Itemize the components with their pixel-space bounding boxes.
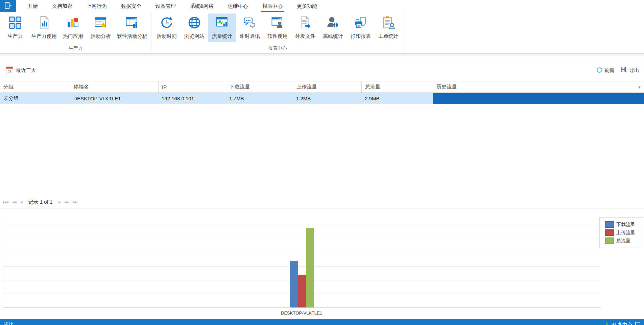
table-row[interactable]: 未分组DESKTOP-VLKTLE1192.168.0.1011.7MB1.2M… <box>0 93 644 104</box>
calendar-day: 23 <box>6 70 13 74</box>
page-next-button[interactable]: ▶ <box>58 200 61 204</box>
ribbon-button-label: 浏览网站 <box>184 33 205 40</box>
cell-group: 未分组 <box>0 93 70 104</box>
tab-ops-center[interactable]: 运维中心 <box>221 0 255 12</box>
ribbon-button-print-reports[interactable]: 打印报表 <box>347 14 375 42</box>
date-range-filter[interactable]: 23 最近三天 <box>6 67 36 74</box>
ribbon-button-hot-apps[interactable]: 热门应用 <box>59 14 87 42</box>
legend-item: 总流量 <box>605 238 640 244</box>
tab-bar: 开始文档加密上网行为数据安全设备管理系统&网络运维中心报表中心更多功能 <box>0 0 644 12</box>
ribbon-button-label: 打印报表 <box>351 33 371 40</box>
user-info-icon <box>326 16 340 31</box>
task-center-button[interactable]: 任务中心 <box>604 321 641 325</box>
app-menu-button[interactable] <box>0 0 16 12</box>
column-header-group[interactable]: 分组 <box>0 81 70 93</box>
ribbon-button-label: 软件使用 <box>267 33 288 40</box>
cell-download: 1.7MB <box>226 93 293 104</box>
tab-data-security[interactable]: 数据安全 <box>114 0 148 12</box>
export-icon <box>621 67 627 74</box>
chat-icon <box>243 16 257 31</box>
column-header-upload[interactable]: 上传流量 <box>293 81 361 93</box>
ribbon-button-activity-time[interactable]: 活动时间 <box>153 14 181 42</box>
column-header-history[interactable]: 历史流量 <box>433 81 644 93</box>
ribbon-button-label: 即时通讯 <box>240 33 260 40</box>
globe-icon <box>187 16 201 31</box>
ribbon-button-label: 热门应用 <box>63 33 83 40</box>
tab-more-features[interactable]: 更多功能 <box>290 0 324 12</box>
status-bar: 就绪 任务中心 <box>0 319 644 325</box>
monitor-icon <box>635 321 641 325</box>
chevron-down-icon[interactable]: ▼ <box>638 81 641 93</box>
page-first-button[interactable]: ◀◀ <box>3 200 8 204</box>
filter-toolbar: 23 最近三天 刷新 导出 <box>0 63 644 78</box>
legend-item: 上传流量 <box>605 229 640 236</box>
ribbon-button-software-activity-analysis[interactable]: 软件活动分析 <box>115 14 150 42</box>
ribbon-button-work-order-stats[interactable]: 工单统计 <box>375 14 402 42</box>
ribbon-button-activity-analysis[interactable]: 活动分析 <box>87 14 115 42</box>
export-button[interactable]: 导出 <box>621 67 639 74</box>
traffic-chart-icon <box>215 16 229 31</box>
column-header-ip[interactable]: IP <box>158 81 226 93</box>
page-fast-next-button[interactable]: ▶▶ <box>65 200 69 204</box>
bar-group <box>290 228 314 308</box>
column-header-total[interactable]: 总流量 <box>361 81 433 93</box>
bar-chart-icon <box>66 16 80 31</box>
ribbon-button-instant-messaging[interactable]: 即时通讯 <box>236 14 264 42</box>
history-traffic-bar <box>433 93 644 104</box>
legend-label: 上传流量 <box>616 230 635 236</box>
calendar-icon: 23 <box>6 67 13 74</box>
doc-star-icon <box>94 16 108 31</box>
tab-system-network[interactable]: 系统&网络 <box>183 0 221 12</box>
ribbon-button-offline-stats[interactable]: 离线统计 <box>319 14 347 42</box>
tab-doc-encryption[interactable]: 文档加密 <box>45 0 79 12</box>
doc-arrow-icon <box>298 16 312 31</box>
cell-upload: 1.2MB <box>293 93 361 104</box>
history-traffic-bar-cell <box>433 93 644 104</box>
ribbon-button-label: 生产力 <box>8 33 23 40</box>
tab-device-mgmt[interactable]: 设备管理 <box>148 0 183 12</box>
tab-home[interactable]: 开始 <box>21 0 45 12</box>
ribbon-button-productivity-usage[interactable]: 生产力使用 <box>29 14 59 42</box>
clock-history-icon <box>160 16 174 31</box>
tab-web-behavior[interactable]: 上网行为 <box>79 0 114 12</box>
x-axis-tick <box>302 308 302 309</box>
ribbon: 生产力生产力使用热门应用活动分析软件活动分析生产力活动时间浏览网站流量统计即时通… <box>0 12 644 54</box>
cell-total: 2.9MB <box>361 93 433 104</box>
page-fast-prev-button[interactable]: ◀◀ <box>12 200 16 204</box>
page-last-button[interactable]: ▶▶ <box>73 200 77 204</box>
ribbon-button-productivity[interactable]: 生产力 <box>1 14 29 42</box>
chart-legend: 下载流量上传流量总流量 <box>599 217 643 248</box>
ribbon-group-1: 生产力生产力使用热门应用活动分析软件活动分析生产力 <box>0 12 151 53</box>
ribbon-button-outgoing-files[interactable]: 外发文件 <box>291 14 319 42</box>
bar-上传流量 <box>298 275 306 307</box>
toolbar-actions: 刷新 导出 <box>596 67 639 74</box>
ribbon-button-label: 软件活动分析 <box>117 33 147 40</box>
refresh-icon <box>596 67 603 74</box>
legend-item: 下载流量 <box>605 221 640 228</box>
pagination: ◀◀◀◀◀记录 1 of 1▶▶▶▶▶ <box>0 196 644 208</box>
cell-terminal: DESKTOP-VLKTLE1 <box>70 93 158 104</box>
window-user-icon <box>270 16 285 31</box>
column-header-terminal[interactable]: 终端名 <box>70 81 158 93</box>
bar-下载流量 <box>290 261 298 307</box>
tab-bar-tabs: 开始文档加密上网行为数据安全设备管理系统&网络运维中心报表中心更多功能 <box>21 0 324 12</box>
app-menu-icon <box>3 1 13 11</box>
traffic-bar-chart: DESKTOP-VLKTLE1 下载流量上传流量总流量 <box>0 217 644 319</box>
page-prev-button[interactable]: ◀ <box>20 200 22 204</box>
ribbon-button-software-usage[interactable]: 软件使用 <box>264 14 291 42</box>
x-axis-category-label: DESKTOP-VLKTLE1 <box>3 310 600 316</box>
table-header: 分组终端名IP下载流量上传流量总流量历史流量▼ <box>0 81 644 93</box>
status-text: 就绪 <box>3 322 14 325</box>
chart-plot-area <box>3 217 601 308</box>
column-header-download[interactable]: 下载流量 <box>226 81 293 93</box>
tab-report-center[interactable]: 报表中心 <box>255 0 290 12</box>
ribbon-button-browse-websites[interactable]: 浏览网站 <box>181 14 208 42</box>
ribbon-button-label: 活动分析 <box>91 33 111 40</box>
ribbon-button-label: 外发文件 <box>295 33 315 40</box>
refresh-button[interactable]: 刷新 <box>596 67 615 74</box>
refresh-label: 刷新 <box>604 67 615 74</box>
legend-label: 总流量 <box>616 238 630 244</box>
date-range-label: 最近三天 <box>16 67 36 74</box>
ribbon-button-traffic-stats[interactable]: 流量统计 <box>208 14 236 42</box>
clipboard-user-icon <box>381 16 396 31</box>
